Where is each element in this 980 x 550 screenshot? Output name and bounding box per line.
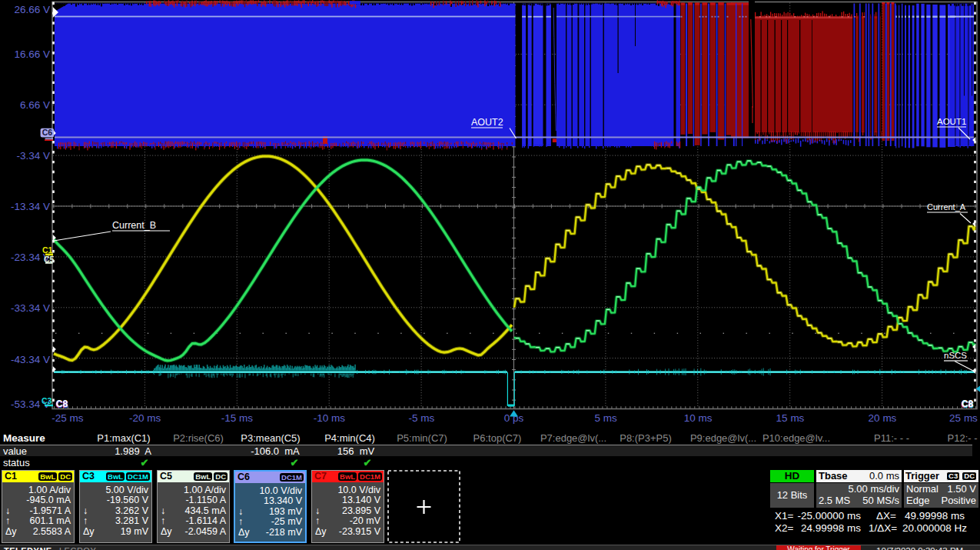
svg-text:C8: C8 <box>56 398 68 409</box>
svg-text:AOUT1: AOUT1 <box>937 117 966 126</box>
svg-text:25 ms: 25 ms <box>949 412 978 424</box>
svg-text:-13.34 V: -13.34 V <box>11 201 50 212</box>
svg-text:C3: C3 <box>42 396 52 405</box>
svg-text:-20 ms: -20 ms <box>129 412 161 424</box>
svg-text:C1: C1 <box>42 245 53 255</box>
svg-text:-15 ms: -15 ms <box>221 412 254 424</box>
svg-text:15 ms: 15 ms <box>776 412 805 424</box>
svg-text:AOUT2: AOUT2 <box>471 117 503 128</box>
svg-text:-5 ms: -5 ms <box>408 412 434 424</box>
svg-text:Current_B: Current_B <box>112 220 156 231</box>
svg-text:16.66 V: 16.66 V <box>14 48 50 60</box>
svg-text:26.66 V: 26.66 V <box>14 4 50 15</box>
svg-text:-25 ms: -25 ms <box>51 412 84 424</box>
svg-text:Current_A: Current_A <box>927 202 966 212</box>
svg-text:-3.34 V: -3.34 V <box>16 150 50 162</box>
svg-text:-43.34 V: -43.34 V <box>11 354 50 365</box>
svg-text:-33.34 V: -33.34 V <box>11 302 50 314</box>
svg-text:C8: C8 <box>962 398 974 409</box>
svg-text:-10 ms: -10 ms <box>314 412 346 424</box>
svg-text:nSCS: nSCS <box>944 351 967 360</box>
svg-text:10 ms: 10 ms <box>684 412 713 424</box>
svg-text:5 ms: 5 ms <box>595 412 618 424</box>
svg-text:C6: C6 <box>42 128 53 137</box>
svg-text:6.66 V: 6.66 V <box>20 99 50 111</box>
svg-text:20 ms: 20 ms <box>869 412 897 424</box>
